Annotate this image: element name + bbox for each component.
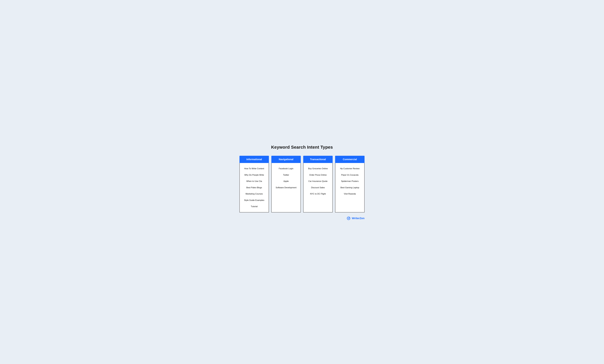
column-body-navigational: Facebook LoginTwitterAppleSoftware Devel… (271, 163, 301, 213)
column-transactional: TransactionalBuy Groceries OnlineOrder P… (303, 156, 333, 213)
logo-blue-part: Writer (352, 217, 360, 220)
column-body-informational: How To Write ContentWhy Do People WriteW… (239, 163, 269, 213)
column-header-transactional: Transactional (303, 156, 333, 163)
column-header-informational: Informational (239, 156, 269, 163)
column-header-navigational: Navigational (271, 156, 301, 163)
column-item-transactional-2: Car Insurance Quote (305, 178, 331, 185)
column-item-informational-4: Marketing Courses (241, 191, 267, 197)
footer: WriterZen (239, 216, 365, 221)
column-item-informational-5: Style Guide Examples (241, 197, 267, 203)
logo-text: WriterZen (352, 217, 365, 220)
column-item-transactional-1: Order Pizza Online (305, 172, 331, 178)
column-item-informational-3: Best Paleo Blogs (241, 185, 267, 191)
column-item-transactional-3: Discount Sales (305, 185, 331, 191)
column-item-navigational-2: Apple (273, 178, 299, 185)
columns-grid: InformationalHow To Write ContentWhy Do … (239, 156, 365, 213)
main-card: Keyword Search Intent Types Informationa… (235, 138, 369, 226)
svg-point-2 (349, 217, 350, 218)
column-item-commercial-1: Pepsi Vs Cocacola (337, 172, 363, 178)
column-commercial: CommercialHp Customer ReviewPepsi Vs Coc… (335, 156, 365, 213)
writerzen-logo-icon (346, 216, 351, 221)
column-item-navigational-0: Facebook Login (273, 165, 299, 172)
column-navigational: NavigationalFacebook LoginTwitterAppleSo… (271, 156, 301, 213)
column-item-commercial-3: Best Gaming Laptop (337, 185, 363, 191)
column-item-informational-6: Tutorial (241, 203, 267, 210)
column-header-commercial: Commercial (335, 156, 365, 163)
column-item-commercial-4: Visit Rwanda (337, 191, 363, 197)
column-body-commercial: Hp Customer ReviewPepsi Vs CocacolaSpide… (335, 163, 365, 213)
column-item-informational-1: Why Do People Write (241, 172, 267, 178)
logo-black-part: Zen (360, 217, 365, 220)
logo-container: WriterZen (346, 216, 365, 221)
column-item-transactional-4: NYC to DC Flight (305, 191, 331, 197)
column-item-informational-0: How To Write Content (241, 165, 267, 172)
column-item-transactional-0: Buy Groceries Online (305, 165, 331, 172)
column-informational: InformationalHow To Write ContentWhy Do … (239, 156, 269, 213)
column-item-navigational-1: Twitter (273, 172, 299, 178)
column-item-commercial-2: Spiderman Posters (337, 178, 363, 185)
page-title: Keyword Search Intent Types (239, 145, 365, 150)
column-item-informational-2: When to Use Cta (241, 178, 267, 185)
column-item-commercial-0: Hp Customer Review (337, 165, 363, 172)
column-item-navigational-3: Software Development (273, 185, 299, 191)
column-body-transactional: Buy Groceries OnlineOrder Pizza OnlineCa… (303, 163, 333, 213)
